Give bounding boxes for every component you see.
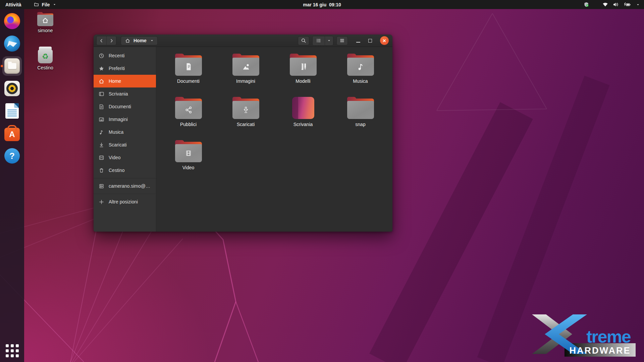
dock-item-rhythmbox[interactable] — [2, 79, 22, 98]
chevron-down-icon — [636, 3, 640, 7]
close-button[interactable]: × — [380, 36, 389, 45]
sidebar-item[interactable]: Home — [94, 75, 156, 87]
folder-label: Immagini — [236, 78, 255, 84]
help-icon: ? — [4, 148, 20, 164]
dock-item-firefox[interactable] — [2, 11, 22, 31]
desktop-icon-label: simone — [38, 28, 53, 33]
dock-item-thunderbird[interactable] — [2, 34, 22, 53]
minimize-button[interactable] — [356, 42, 360, 43]
chevron-right-icon — [109, 38, 114, 43]
folder-item[interactable]: Scaricati — [217, 97, 274, 140]
dock-item-libreoffice-writer[interactable] — [2, 101, 22, 121]
folder-item[interactable]: Video — [160, 140, 217, 183]
app-menu-button[interactable]: File — [34, 0, 56, 9]
dock: A ? — [0, 9, 24, 362]
folder-label: Scaricati — [237, 122, 255, 127]
sidebar-item-icon — [99, 155, 104, 161]
sidebar-item-label: Video — [109, 155, 121, 160]
sidebar-separator — [94, 194, 156, 194]
recycle-symbol-icon: ♻ — [42, 53, 49, 60]
desktop-icon-trash[interactable]: ♻ Cestino — [32, 47, 59, 70]
window-controls: × — [356, 36, 389, 45]
folder-item[interactable]: Modelli — [274, 54, 332, 97]
libreoffice-writer-icon — [5, 103, 19, 119]
home-icon — [42, 17, 49, 24]
sidebar-item[interactable]: camerano.simo@… — [94, 180, 156, 192]
folder-icon — [175, 97, 202, 119]
folder-icon — [347, 97, 374, 119]
sidebar-item-label: Scaricati — [109, 142, 127, 147]
forward-button[interactable] — [106, 36, 116, 45]
watermark-hardware-text: HARDWARE — [570, 346, 631, 356]
wallpaper-thumbnail — [292, 97, 314, 119]
headerbar-actions: × — [298, 36, 392, 46]
folder-icon — [347, 54, 374, 76]
menu-button[interactable] — [336, 36, 348, 45]
sidebar-item-label: Cestino — [109, 168, 124, 173]
folder-icon — [175, 54, 202, 76]
chevron-down-icon — [150, 39, 154, 43]
running-indicator-dot — [1, 65, 3, 67]
folder-item[interactable]: Immagini — [217, 54, 274, 97]
clock[interactable]: mar 16 giu 09:10 — [0, 2, 644, 7]
dock-item-ubuntu-software[interactable]: A — [2, 124, 22, 143]
sidebar-item-icon — [99, 199, 104, 205]
maximize-button[interactable] — [368, 39, 372, 43]
home-icon — [125, 38, 130, 43]
sidebar-item[interactable]: Scrivania — [94, 87, 156, 100]
wifi-icon — [602, 2, 608, 7]
search-button[interactable] — [298, 36, 309, 45]
sidebar-item[interactable]: Documenti — [94, 100, 156, 113]
sidebar-item[interactable]: Scaricati — [94, 138, 156, 151]
folder-item[interactable]: Musica — [332, 54, 389, 97]
folder-item[interactable]: Scrivania — [274, 97, 332, 140]
folder-item[interactable]: snap — [332, 97, 389, 140]
system-tray[interactable] — [584, 2, 644, 7]
nav-buttons — [96, 36, 116, 45]
trash-icon: ♻ — [38, 47, 53, 63]
folder-item[interactable]: Pubblici — [160, 97, 217, 140]
folder-glyph-icon — [183, 148, 194, 159]
list-view-button[interactable] — [313, 36, 325, 45]
sidebar-item-label: Documenti — [109, 104, 131, 109]
folder-glyph-icon — [183, 105, 194, 115]
sidebar-separator — [94, 178, 156, 178]
search-icon — [301, 38, 306, 43]
folder-glyph-icon — [298, 61, 309, 72]
sidebar-item[interactable]: Altre posizioni — [94, 195, 156, 208]
sidebar-item[interactable]: Musica — [94, 126, 156, 138]
sidebar-item-icon — [99, 91, 104, 97]
sidebar-item-icon — [99, 117, 104, 122]
folder-label: Video — [182, 165, 195, 170]
folder-icon — [290, 54, 317, 76]
app-menu-label: File — [42, 2, 50, 7]
chevron-left-icon — [99, 38, 104, 43]
dock-item-files[interactable] — [2, 56, 22, 76]
sidebar-item[interactable]: Video — [94, 151, 156, 164]
ubuntu-software-icon: A — [4, 128, 20, 141]
headerbar: Home × — [94, 35, 392, 47]
xtreme-hardware-watermark: treme HARDWARE — [530, 311, 644, 362]
view-options-button[interactable] — [325, 36, 333, 45]
activities-button[interactable]: Attività — [0, 0, 26, 9]
back-button[interactable] — [97, 36, 106, 45]
battery-charging-icon — [623, 2, 631, 7]
path-bar-button[interactable]: Home — [121, 36, 158, 45]
view-toggle — [312, 36, 333, 46]
chevron-down-icon — [327, 39, 331, 43]
dock-item-help[interactable]: ? — [2, 146, 22, 166]
desktop-icon-home-folder[interactable]: simone — [32, 12, 59, 33]
folder-label: Musica — [353, 78, 368, 84]
sidebar-item-label: Recenti — [109, 53, 124, 58]
sidebar-item-icon — [99, 53, 104, 59]
shield-check-icon — [584, 2, 589, 7]
sidebar-item[interactable]: Cestino — [94, 164, 156, 177]
files-window: Home × — [94, 35, 392, 232]
folder-icon — [290, 97, 317, 119]
sidebar-item[interactable]: Immagini — [94, 113, 156, 126]
sidebar-item[interactable]: Preferiti — [94, 62, 156, 75]
sidebar-item[interactable]: Recenti — [94, 49, 156, 62]
folder-item[interactable]: Documenti — [160, 54, 217, 97]
folder-icon — [232, 97, 259, 119]
show-applications-button[interactable] — [6, 344, 19, 357]
